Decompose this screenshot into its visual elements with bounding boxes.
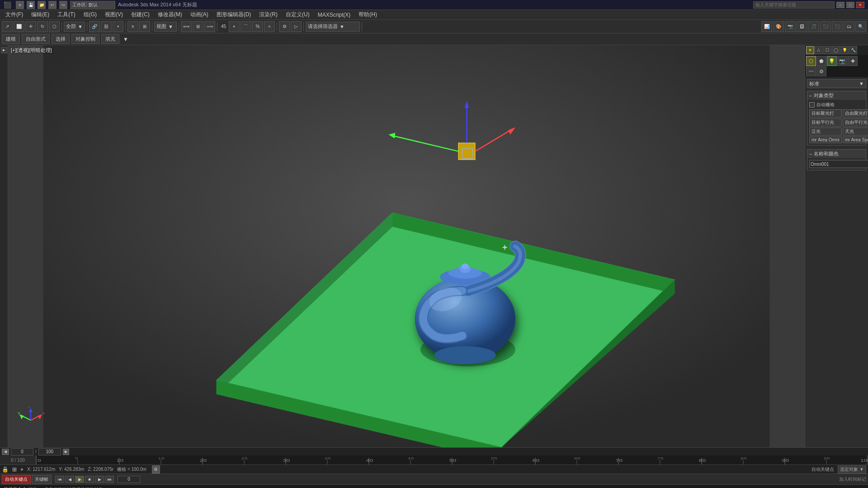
- helpers-tab[interactable]: ✚: [848, 56, 858, 66]
- scene-explorer-btn[interactable]: 🗂: [844, 21, 854, 32]
- mr-area-omni-btn[interactable]: mr Area Omni: [809, 136, 842, 143]
- populate-tab[interactable]: 填充: [101, 34, 119, 44]
- omni-btn[interactable]: 泛光: [809, 127, 842, 136]
- display-tab[interactable]: 💡: [840, 46, 849, 54]
- quick-access-icon[interactable]: ≡: [16, 1, 24, 9]
- play-btn[interactable]: ▶: [75, 476, 84, 483]
- mr-area-spot-btn[interactable]: mr Area Spot: [843, 136, 868, 143]
- render-btn[interactable]: ▷: [291, 21, 302, 32]
- first-frame-btn[interactable]: ⏮: [55, 476, 64, 483]
- free-spot-btn[interactable]: 自由聚光灯: [843, 109, 868, 117]
- layer-btn[interactable]: ≡: [127, 21, 138, 32]
- menu-create[interactable]: 创建(C): [127, 10, 153, 19]
- target-direct-btn[interactable]: 目标平行光: [809, 118, 842, 127]
- stop-btn[interactable]: ■: [85, 476, 94, 483]
- array-btn[interactable]: ⊞: [193, 21, 203, 32]
- set-key-btn[interactable]: 关键帧: [32, 475, 52, 484]
- track-view-btn[interactable]: 🎵: [808, 21, 819, 32]
- lights-tab[interactable]: 💡: [827, 56, 837, 66]
- selection-filter-dropdown[interactable]: 全部 ▼: [64, 22, 85, 32]
- help-search-input[interactable]: [753, 1, 835, 9]
- percent-snap-btn[interactable]: %: [252, 21, 263, 32]
- menu-help[interactable]: 帮助(H): [355, 10, 381, 19]
- shapes-tab[interactable]: ⬟: [816, 56, 826, 66]
- timeline-end-btn[interactable]: ▶: [63, 449, 69, 455]
- selection-tab[interactable]: 选择: [52, 34, 70, 44]
- zoom-extents-btn[interactable]: 🔍: [855, 21, 866, 32]
- type-dropdown[interactable]: 标准 ▼: [807, 79, 866, 88]
- auto-key-btn[interactable]: 自动关键点: [2, 475, 31, 484]
- scale-btn[interactable]: ⬡: [49, 21, 60, 32]
- systems-tab[interactable]: ⚙: [816, 66, 826, 76]
- modeling-tab[interactable]: 建模: [2, 34, 20, 44]
- menu-view[interactable]: 视图(V): [101, 10, 127, 19]
- auto-grid-checkbox[interactable]: [809, 102, 815, 108]
- minimize-button[interactable]: −: [836, 2, 844, 8]
- skylight-btn[interactable]: 天光: [843, 127, 868, 136]
- view-dropdown[interactable]: 视图 ▼: [154, 22, 177, 32]
- next-frame-btn[interactable]: ▶: [95, 476, 104, 483]
- total-frames-input[interactable]: 100: [38, 448, 61, 455]
- hierarchy-btn[interactable]: ⊞: [139, 21, 150, 32]
- open-icon[interactable]: 📁: [38, 1, 46, 9]
- workspace-dropdown[interactable]: 工作区: 默认: [70, 1, 115, 9]
- playback-frame-input[interactable]: [118, 476, 140, 483]
- mode-dropdown[interactable]: 选定对象 ▼: [838, 465, 866, 474]
- redo-icon[interactable]: ↪: [59, 1, 67, 9]
- menu-maxscript[interactable]: MAXScript(X): [314, 11, 354, 19]
- render-scene-btn[interactable]: 📷: [785, 21, 796, 32]
- select-tool-btn[interactable]: ↗: [2, 21, 13, 32]
- maximize-button[interactable]: □: [846, 2, 854, 8]
- prev-frame-btn[interactable]: ◀: [65, 476, 74, 483]
- render-setup-btn[interactable]: ⚙: [279, 21, 290, 32]
- grid-settings-btn[interactable]: ⚙: [152, 465, 160, 474]
- menu-customize[interactable]: 自定义(U): [282, 10, 313, 19]
- material-editor-btn[interactable]: 🎨: [773, 21, 784, 32]
- menu-modifiers[interactable]: 修改器(M): [154, 10, 186, 19]
- move-btn[interactable]: ✛: [25, 21, 36, 32]
- select-filter-dropdown[interactable]: 请选择筛选器 ▼: [306, 22, 360, 32]
- menu-edit[interactable]: 编辑(E): [28, 10, 53, 19]
- render-frame-btn[interactable]: 🖼: [797, 21, 807, 32]
- bind-space-btn[interactable]: ⚬: [113, 21, 123, 32]
- spinner-snap-btn[interactable]: ≈: [264, 21, 275, 32]
- timeline-ruler[interactable]: 0 5 10 15 20 25 30 35 40 45 50: [36, 455, 868, 465]
- close-button[interactable]: ✕: [856, 2, 864, 8]
- menu-tools[interactable]: 工具(T): [54, 10, 79, 19]
- menu-animation[interactable]: 动画(A): [187, 10, 212, 19]
- extra-tools-btn[interactable]: ⬛: [832, 21, 843, 32]
- object-paint-tab[interactable]: 对象控制: [71, 34, 99, 44]
- utilities-tab[interactable]: 🔧: [849, 46, 857, 54]
- unlink-btn[interactable]: ⛓: [101, 21, 112, 32]
- mirror-btn[interactable]: ⟺: [181, 21, 192, 32]
- schematic-view-btn[interactable]: 📊: [761, 21, 772, 32]
- last-frame-btn[interactable]: ⏭: [105, 476, 114, 483]
- undo-icon[interactable]: ↩: [48, 1, 57, 9]
- free-direct-btn[interactable]: 自由平行光: [843, 118, 868, 127]
- create-tab[interactable]: ✦: [806, 46, 814, 54]
- menu-render[interactable]: 渲染(R): [255, 10, 281, 19]
- menu-group[interactable]: 组(G): [80, 10, 100, 19]
- menu-file[interactable]: 文件(F): [2, 10, 27, 19]
- current-frame-input[interactable]: 0: [11, 448, 33, 455]
- viewport[interactable]: [+][透视][明暗处理]: [8, 45, 805, 447]
- timeline-toggle-btn[interactable]: ◀: [2, 449, 9, 455]
- align-btn[interactable]: ⟹: [204, 21, 215, 32]
- name-color-header[interactable]: − 名称和颜色: [807, 150, 866, 158]
- cameras-tab[interactable]: 📷: [837, 56, 847, 66]
- timeline-track[interactable]: 0 / 100 0 5 10 15 20 25 30 35: [0, 455, 868, 465]
- rect-select-btn[interactable]: ⬜: [14, 21, 24, 32]
- save-quick-icon[interactable]: 💾: [27, 1, 35, 9]
- freeform-tab[interactable]: 自由形式: [22, 34, 50, 44]
- angle-snap-btn[interactable]: ⌒: [241, 21, 251, 32]
- link-btn[interactable]: 🔗: [89, 21, 100, 32]
- hierarchy-tab[interactable]: ☐: [823, 46, 831, 54]
- target-spot-btn[interactable]: 目标聚光灯: [809, 109, 842, 117]
- menu-graph-editor[interactable]: 图形编辑器(D): [213, 10, 255, 19]
- object-name-input[interactable]: [809, 160, 868, 168]
- rotate-btn[interactable]: ↻: [37, 21, 48, 32]
- motion-tab[interactable]: ◯: [832, 46, 840, 54]
- object-type-header[interactable]: − 对象类型: [807, 91, 866, 100]
- more-tools-btn[interactable]: ⬛: [820, 21, 831, 32]
- modify-tab[interactable]: ⧊: [815, 46, 823, 54]
